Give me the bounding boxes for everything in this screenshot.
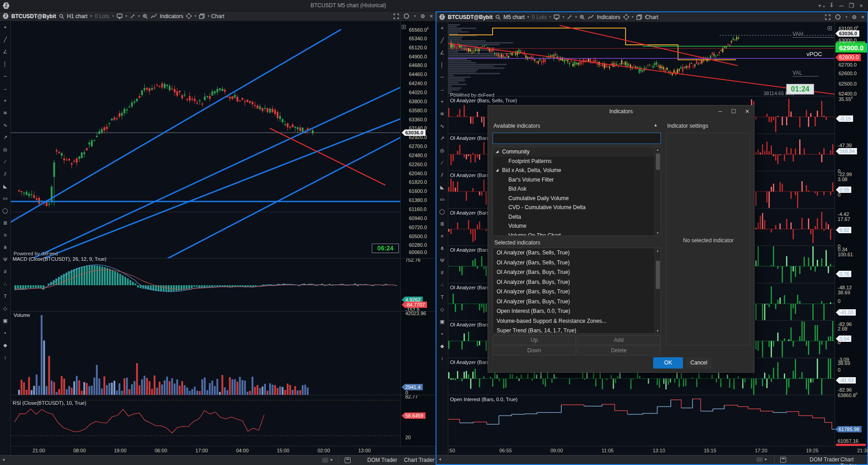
angle-tool-icon[interactable]: ∠ [0, 46, 10, 58]
move-up-button[interactable]: Up [493, 335, 576, 345]
tree-item-bar-s-volume-filter[interactable]: Bar's Volume Filter [493, 175, 660, 185]
timeframe-selector[interactable]: H1 chart [67, 13, 87, 19]
crosshair-icon[interactable] [186, 13, 192, 19]
axis-settings-icon[interactable] [828, 26, 832, 30]
line-tool-icon[interactable]: ╱ [436, 34, 448, 47]
indicators-icon[interactable] [151, 14, 157, 19]
scroll-left-icon[interactable]: ◂ [2, 457, 5, 462]
selected-indicator-item[interactable]: Open Interest (Bars, 0.0, True) [493, 307, 660, 316]
zoom-in-icon[interactable] [579, 14, 585, 20]
rectangle-tool-icon[interactable]: ▭ [0, 192, 10, 205]
pitchfork-tool-icon[interactable]: ⋔ [436, 242, 448, 254]
left-main-chart[interactable] [11, 21, 400, 258]
lots-caret-icon[interactable]: ▾ [112, 14, 114, 18]
link-caret-icon[interactable]: ▾ [845, 15, 847, 19]
calendar-icon[interactable] [345, 457, 351, 463]
tree-item-footprint-patterns[interactable]: Footprint Patterns [493, 157, 660, 166]
right-price-axis[interactable]: 63100.0E63036.063000.062933.662900.06280… [835, 22, 867, 446]
close-panel-icon[interactable]: × [861, 14, 864, 20]
tree-item-volume-on-the-chart[interactable]: Volume On The Chart [493, 231, 660, 236]
fullscreen-icon[interactable] [825, 14, 830, 20]
timeframe-caret-icon[interactable]: ▾ [90, 14, 92, 18]
symbol-name[interactable]: BTCUSDT@Bybit [11, 13, 56, 19]
close-panel-icon[interactable]: × [430, 13, 433, 19]
layout-icon[interactable] [636, 14, 642, 20]
add-indicator-button[interactable]: Add [577, 335, 661, 345]
tag-tool-icon[interactable]: ◇ [0, 302, 10, 315]
link-channel-icon[interactable] [835, 14, 841, 20]
layout-caret-icon[interactable]: ▾ [208, 14, 209, 18]
timeframe-caret-icon[interactable]: ▾ [527, 15, 529, 19]
screen-view-icon[interactable] [554, 14, 560, 20]
vertical-line-tool-icon[interactable]: │ [436, 59, 448, 71]
fib-extension-tool-icon[interactable]: ≡ [436, 230, 448, 242]
tree-scrollbar[interactable]: ▲▼ [655, 147, 660, 235]
pointer-tool-icon[interactable]: ⌖ [436, 22, 448, 34]
dot-tool-icon[interactable]: • [0, 327, 10, 339]
updown-tool-icon[interactable]: ↕ [436, 352, 448, 364]
selected-indicators-list[interactable]: OI Analyzer (Bars, Sells, True)OI Analyz… [493, 248, 661, 334]
collapse-available-icon[interactable]: ▲ [654, 123, 658, 127]
line-tool-icon[interactable]: ╱ [0, 34, 10, 46]
chart-trader-tab[interactable]: Chart Trader [840, 456, 867, 465]
crosshair-caret-icon[interactable]: ▾ [194, 14, 196, 18]
note-tool-icon[interactable]: ▣ [436, 316, 448, 328]
text-tool-icon[interactable]: T [436, 291, 448, 303]
add-window-button[interactable]: + ▾ [816, 0, 826, 12]
spiral-tool-icon[interactable]: ◎ [0, 144, 10, 156]
fib-extension-tool-icon[interactable]: ≡ [0, 229, 10, 241]
updown-tool-icon[interactable]: ↕ [0, 351, 10, 364]
cross-line-tool-icon[interactable]: + [0, 95, 10, 107]
crosshair-caret-icon[interactable]: ▾ [632, 15, 634, 19]
selected-indicator-item[interactable]: OI Analyzer (Bars, Sells, True) [493, 248, 660, 258]
dom-trader-tab[interactable]: DOM Trader [810, 456, 840, 463]
selected-indicator-item[interactable]: Volume-based Support & Resistance Zones.… [493, 316, 660, 326]
arrow-tool-icon[interactable]: → [0, 82, 10, 95]
layout-icon[interactable] [199, 14, 205, 19]
note-tool-icon[interactable]: ▣ [0, 315, 10, 327]
dialog-minimize-icon[interactable]: ─ [713, 108, 727, 115]
ruler-tool-icon[interactable]: ∕ [0, 156, 10, 168]
dialog-titlebar[interactable]: Indicators ─ ☐ ✕ [488, 105, 754, 117]
scrollbar-thumb[interactable] [322, 458, 328, 463]
tag-tool-icon[interactable]: ◇ [436, 303, 448, 316]
minimize-window-button[interactable]: ─ [836, 0, 846, 12]
diamond-tool-icon[interactable]: ◆ [436, 340, 448, 352]
tree-item-cumulative-daily-volume[interactable]: Cumulative Daily Volume [493, 194, 660, 203]
settings-gear-icon[interactable]: ⚙ [420, 13, 425, 19]
pin-window-button[interactable] [826, 0, 836, 12]
selected-indicator-item[interactable]: OI Analyzer (Bars, Buys, True) [493, 297, 660, 307]
volume-pane[interactable] [11, 312, 400, 395]
move-down-button[interactable]: Down [493, 345, 576, 355]
selected-indicator-item[interactable]: OI Analyzer (Bars, Buys, True) [493, 287, 660, 297]
search-icon[interactable] [495, 14, 501, 20]
hatch-tool-icon[interactable]: ⫽ [0, 168, 10, 180]
angle-tool-icon[interactable]: ∠ [436, 47, 448, 59]
scroll-right-icon[interactable]: ▸ [765, 456, 767, 461]
tree-item-bid-x-ask-delta-volume[interactable]: ◢Bid x Ask, Delta, Volume [493, 166, 660, 175]
axis-settings-icon[interactable] [402, 25, 406, 29]
diamond-tool-icon[interactable]: ◆ [0, 339, 10, 351]
zoom-in-icon[interactable] [142, 14, 148, 19]
horizontal-line-tool-icon[interactable]: ─ [436, 71, 448, 83]
fork-tool-icon[interactable]: Ψ [0, 254, 10, 266]
left-time-axis[interactable]: 21:0008:0019:0006:0017:0004:0015:0002:00… [11, 446, 400, 455]
indicators-icon[interactable] [588, 14, 594, 20]
tree-item-volume[interactable]: Volume [493, 221, 660, 231]
selected-indicator-item[interactable]: OI Analyzer (Bars, Buys, True) [493, 268, 660, 278]
dom-trader-tab[interactable]: DOM Trader [367, 457, 397, 463]
scroll-right-icon[interactable]: ▸ [331, 457, 333, 462]
screen-view-icon[interactable] [117, 14, 123, 19]
curve-tool-icon[interactable]: ∿ [436, 120, 448, 132]
draw-tool-icon[interactable] [567, 14, 572, 20]
screen-view-caret-icon[interactable]: ▾ [125, 14, 127, 18]
selected-scrollbar[interactable]: ▲▼ [655, 248, 660, 333]
ok-button[interactable]: OK [653, 357, 683, 369]
timeframe-selector[interactable]: M5 chart [503, 14, 525, 20]
screen-view-caret-icon[interactable]: ▾ [562, 15, 564, 19]
fib-levels-tool-icon[interactable]: ≣ [436, 218, 448, 230]
search-icon[interactable] [59, 14, 64, 19]
dot-tool-icon[interactable]: • [436, 328, 448, 340]
link-caret-icon[interactable]: ▾ [414, 14, 416, 18]
cancel-button[interactable]: Cancel [686, 357, 712, 369]
